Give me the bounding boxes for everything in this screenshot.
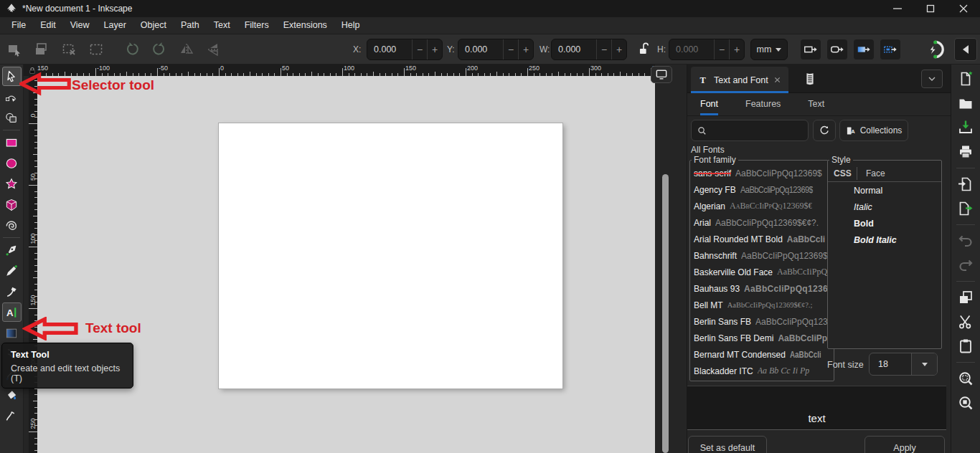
pencil-tool[interactable] — [2, 261, 22, 280]
gradient-tool[interactable] — [2, 323, 22, 343]
increment-button[interactable]: + — [518, 39, 533, 59]
font-size-combo[interactable]: 18 — [869, 353, 938, 376]
save-document-button[interactable] — [957, 119, 974, 136]
collapse-toolbar-button[interactable] — [954, 38, 977, 61]
menu-edit[interactable]: Edit — [33, 17, 63, 34]
swatches-dialog-tab-icon[interactable] — [802, 71, 818, 87]
maximize-button[interactable] — [914, 0, 947, 17]
font-row[interactable]: Berlin Sans FBAaBbCcIiPpQq1236 — [690, 313, 834, 330]
font-row[interactable]: Bauhaus 93AaBbCcIiPpQq1236 — [690, 280, 834, 297]
face-italic[interactable]: Italic — [828, 199, 941, 215]
subtab-text[interactable]: Text — [808, 93, 824, 115]
font-row[interactable]: BahnschriftAaBbCcIiPpQq12369$ — [690, 247, 834, 264]
menu-object[interactable]: Object — [133, 17, 174, 34]
tweak-tool[interactable] — [2, 406, 22, 426]
set-as-default-button[interactable]: Set as default — [688, 436, 767, 453]
menu-extensions[interactable]: Extensions — [276, 17, 334, 34]
menu-filters[interactable]: Filters — [237, 17, 276, 34]
text-preview-box[interactable]: text — [687, 386, 946, 430]
face-normal[interactable]: Normal — [828, 182, 941, 199]
face-bold[interactable]: Bold — [828, 215, 941, 232]
minimize-button[interactable] — [881, 0, 914, 17]
rotate-ccw-icon[interactable] — [123, 41, 141, 58]
redo-button[interactable] — [957, 257, 974, 274]
font-row[interactable]: Bernard MT CondensedAaBbCcIi — [690, 346, 834, 363]
text-tool[interactable]: A — [2, 302, 22, 322]
canvas-page[interactable] — [219, 123, 562, 388]
subtab-features[interactable]: Features — [745, 93, 781, 115]
rotate-cw-icon[interactable] — [151, 41, 168, 58]
font-row[interactable]: AlgerianAaBbCcIiPpQq12369$€ — [690, 198, 834, 214]
move-patterns-toggle[interactable] — [880, 39, 900, 59]
font-row[interactable]: Bell MTAaBbCcIiPpQq12369$€¢?.; — [690, 297, 834, 313]
cut-button[interactable] — [957, 313, 974, 330]
selection-box-icon[interactable] — [88, 41, 105, 58]
tab-text-and-font[interactable]: T Text and Font — [691, 67, 788, 93]
rectangle-tool[interactable] — [2, 133, 22, 152]
paste-button[interactable] — [957, 338, 974, 355]
shape-builder-tool[interactable] — [2, 108, 22, 128]
flip-horizontal-icon[interactable] — [178, 41, 195, 58]
menu-file[interactable]: File — [4, 17, 33, 34]
dock-menu-button[interactable] — [921, 70, 943, 88]
deselect-icon[interactable] — [60, 41, 77, 58]
zoom-drawing-button[interactable] — [957, 394, 974, 411]
vertical-ruler[interactable]: 050100150200250 — [29, 76, 37, 453]
canvas[interactable] — [37, 76, 655, 453]
open-document-button[interactable] — [957, 95, 974, 112]
snap-toggle-icon[interactable] — [924, 39, 946, 60]
font-row[interactable]: sans-serifAaBbCcIiPpQq12369$ — [690, 165, 834, 181]
h--field[interactable]: 0.000−+ — [669, 39, 745, 60]
unit-dropdown[interactable]: mm — [750, 39, 788, 60]
menu-layer[interactable]: Layer — [97, 17, 133, 34]
apply-button[interactable]: Apply — [864, 436, 945, 453]
close-button[interactable] — [947, 0, 980, 17]
calligraphy-tool[interactable] — [2, 282, 22, 301]
paint-bucket-tool[interactable] — [2, 386, 22, 405]
font-row[interactable]: Berlin Sans FB DemiAaBbCcIiPpQ — [690, 330, 834, 346]
new-document-button[interactable] — [957, 70, 974, 87]
select-all-in-all-layers-icon[interactable] — [33, 41, 50, 58]
box-3d-tool[interactable] — [2, 195, 22, 214]
vertical-scrollbar[interactable] — [662, 174, 669, 453]
face-bold-italic[interactable]: Bold Italic — [828, 232, 941, 248]
decrement-button[interactable]: − — [596, 39, 611, 59]
font-row[interactable]: ArialAaBbCcIiPpQq12369$€¢?. — [690, 214, 834, 231]
increment-button[interactable]: + — [427, 39, 442, 59]
node-tool[interactable] — [2, 87, 22, 107]
export-image-button[interactable] — [957, 200, 974, 217]
spiral-tool[interactable] — [2, 216, 22, 235]
scale-corners-toggle[interactable] — [827, 39, 847, 59]
font-search-box[interactable] — [691, 120, 809, 141]
print-document-button[interactable] — [957, 143, 974, 161]
select-all-icon[interactable] — [6, 41, 23, 58]
subtab-font[interactable]: Font — [700, 93, 718, 115]
flip-vertical-icon[interactable] — [205, 41, 222, 58]
font-row[interactable]: Baskerville Old FaceAaBbCcIiPpQ — [690, 264, 834, 280]
close-tab-icon[interactable] — [773, 76, 781, 84]
collections-button[interactable]: A Collections — [839, 120, 908, 141]
font-row[interactable]: Agency FBAaBbCcIiPpQq12369$ — [690, 181, 834, 198]
display-mode-button[interactable] — [651, 66, 672, 83]
menu-path[interactable]: Path — [174, 17, 207, 34]
zoom-selection-button[interactable] — [957, 370, 974, 387]
font-search-input[interactable] — [712, 125, 798, 135]
font-size-dropdown[interactable] — [911, 353, 937, 375]
star-tool[interactable] — [2, 174, 22, 194]
scale-stroke-toggle[interactable] — [801, 39, 821, 59]
duplicate-button[interactable] — [957, 289, 974, 306]
selector-tool[interactable] — [2, 67, 22, 86]
ellipse-tool[interactable] — [2, 153, 22, 173]
decrement-button[interactable]: − — [412, 39, 427, 59]
increment-button[interactable]: + — [729, 39, 744, 59]
font-row[interactable]: Blackadder ITCAa Bb Cc Ii Pp — [690, 363, 834, 379]
menu-view[interactable]: View — [63, 17, 97, 34]
x--field[interactable]: 0.000−+ — [367, 39, 443, 60]
import-image-button[interactable] — [957, 176, 974, 193]
font-row[interactable]: Arial Rounded MT BoldAaBbCcIi — [690, 231, 834, 247]
move-gradients-toggle[interactable] — [854, 39, 874, 59]
menu-help[interactable]: Help — [334, 17, 367, 34]
undo-button[interactable] — [957, 232, 974, 249]
horizontal-ruler[interactable]: -150-100-50050100150200250300350 — [37, 65, 655, 76]
decrement-button[interactable]: − — [503, 39, 518, 59]
